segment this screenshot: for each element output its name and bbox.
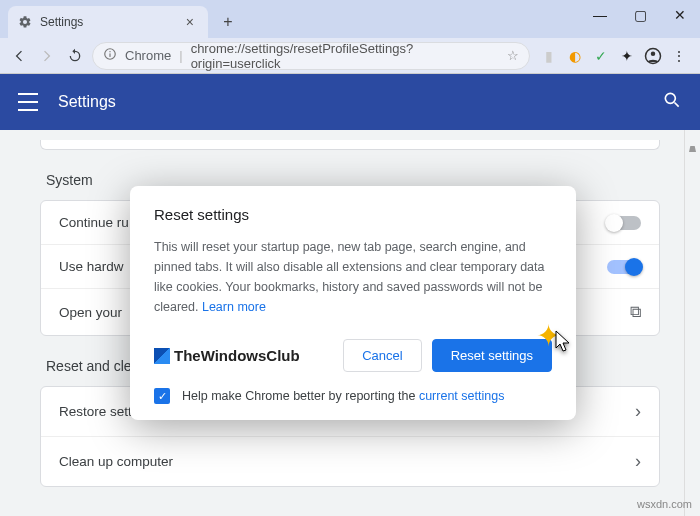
tab-title: Settings [40, 15, 174, 29]
browser-toolbar: Chrome | chrome://settings/resetProfileS… [0, 38, 700, 74]
window-titlebar: Settings × + — ▢ ✕ [0, 0, 700, 38]
svg-point-5 [665, 93, 675, 103]
scrollbar[interactable] [684, 130, 700, 516]
chevron-right-icon: › [635, 401, 641, 422]
chevron-right-icon: › [635, 451, 641, 472]
svg-rect-2 [109, 53, 110, 57]
help-text: Help make Chrome better by reporting the… [182, 389, 504, 403]
extension-icon[interactable]: ✓ [592, 47, 610, 65]
window-controls: — ▢ ✕ [580, 0, 700, 30]
help-checkbox[interactable]: ✓ [154, 388, 170, 404]
menu-dots-icon[interactable]: ⋮ [670, 47, 688, 65]
toggle-on[interactable] [607, 260, 641, 274]
svg-line-6 [675, 102, 679, 106]
extension-icon[interactable]: ◐ [566, 47, 584, 65]
gear-icon [18, 15, 32, 29]
cancel-button[interactable]: Cancel [343, 339, 421, 372]
external-link-icon: ⧉ [630, 303, 641, 321]
toggle-off[interactable] [607, 216, 641, 230]
minimize-button[interactable]: — [580, 0, 620, 30]
previous-section-stub [40, 140, 660, 150]
watermark-logo: TheWindowsClub [154, 347, 300, 364]
current-settings-link[interactable]: current settings [419, 389, 504, 403]
address-bar[interactable]: Chrome | chrome://settings/resetProfileS… [92, 42, 530, 70]
back-button[interactable] [8, 45, 30, 67]
profile-avatar-icon[interactable] [644, 47, 662, 65]
reset-settings-dialog: Reset settings This will reset your star… [130, 186, 576, 420]
extensions-puzzle-icon[interactable]: ✦ [618, 47, 636, 65]
dialog-body: This will reset your startup page, new t… [154, 237, 552, 317]
learn-more-link[interactable]: Learn more [202, 300, 266, 314]
svg-point-1 [109, 51, 110, 52]
browser-tab[interactable]: Settings × [8, 6, 208, 38]
site-info-icon[interactable] [103, 47, 117, 64]
settings-appbar: Settings [0, 74, 700, 130]
twc-logo-icon [154, 348, 170, 364]
dialog-button-row: TheWindowsClub Cancel Reset settings [154, 339, 552, 372]
row-cleanup-computer[interactable]: Clean up computer › [41, 437, 659, 486]
search-icon[interactable] [662, 90, 682, 115]
page-title: Settings [58, 93, 116, 111]
url-protocol: Chrome [125, 48, 171, 63]
help-improve-row: ✓ Help make Chrome better by reporting t… [154, 388, 552, 404]
bookmark-star-icon[interactable]: ☆ [507, 48, 519, 63]
url-text: chrome://settings/resetProfileSettings?o… [191, 41, 499, 71]
close-window-button[interactable]: ✕ [660, 0, 700, 30]
extension-icon[interactable]: ▮ [540, 47, 558, 65]
reset-settings-button[interactable]: Reset settings [432, 339, 552, 372]
extension-icons: ▮ ◐ ✓ ✦ ⋮ [536, 47, 692, 65]
footer-watermark: wsxdn.com [637, 498, 692, 510]
dialog-title: Reset settings [154, 206, 552, 223]
svg-point-4 [651, 51, 656, 56]
new-tab-button[interactable]: + [214, 8, 242, 36]
menu-hamburger-icon[interactable] [18, 93, 38, 111]
reload-button[interactable] [64, 45, 86, 67]
forward-button[interactable] [36, 45, 58, 67]
tab-close-icon[interactable]: × [182, 14, 198, 30]
maximize-button[interactable]: ▢ [620, 0, 660, 30]
